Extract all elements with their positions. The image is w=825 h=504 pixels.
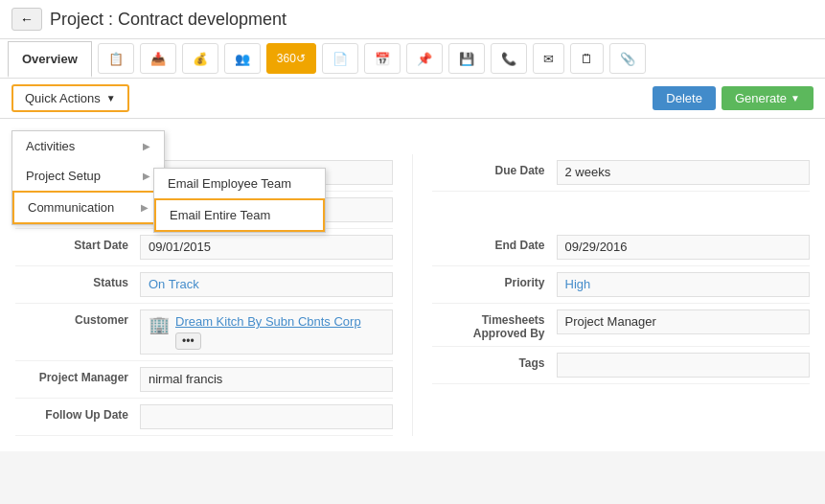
360-icon: 360↺ xyxy=(277,52,306,65)
sub-menu-email-employee[interactable]: Email Employee Team xyxy=(154,169,325,198)
arrow-right-icon-3: ▶ xyxy=(141,202,149,213)
end-date-label: End Date xyxy=(432,235,557,252)
follow-up-row: Follow Up Date xyxy=(15,399,393,436)
dropdown-item-communication[interactable]: Communication ▶ xyxy=(12,191,164,224)
customer-row: Customer 🏢 Dream Kitch By Subn Cbnts Cor… xyxy=(15,304,393,361)
back-icon: ← xyxy=(20,11,34,27)
email-entire-label: Email Entire Team xyxy=(170,208,270,222)
project-manager-label: Project Manager xyxy=(15,367,140,384)
follow-up-label: Follow Up Date xyxy=(15,404,140,422)
project-manager-row: Project Manager nirmal francis xyxy=(15,361,393,399)
tab-icons-group: 📋 📥 💰 👥 360↺ 📄 📅 📌 💾 📞 ✉ 🗒 📎 xyxy=(92,39,817,78)
start-date-label: Start Date xyxy=(15,235,140,252)
email-employee-label: Email Employee Team xyxy=(168,176,291,191)
page-title: Project : Contract development xyxy=(50,10,286,30)
phone-icon: 📞 xyxy=(501,52,516,66)
tab-icon-note[interactable]: 🗒 xyxy=(570,43,604,74)
caret-down-icon: ▼ xyxy=(106,93,116,103)
doc-icon: 📄 xyxy=(332,52,348,66)
tab-icon-download[interactable]: 📥 xyxy=(140,43,176,74)
end-date-row: End Date 09/29/2016 xyxy=(432,229,811,266)
tab-icon-calendar[interactable]: 📅 xyxy=(364,43,401,74)
money-icon: 💰 xyxy=(193,52,208,66)
quick-actions-button[interactable]: Quick Actions ▼ xyxy=(11,84,129,112)
dropdown-item-project-setup[interactable]: Project Setup ▶ xyxy=(12,161,164,191)
attachment-icon: 📎 xyxy=(620,52,635,66)
start-date-value[interactable]: 09/01/2015 xyxy=(140,235,393,260)
generate-caret-icon: ▼ xyxy=(791,93,800,103)
end-date-value[interactable]: 09/29/2016 xyxy=(557,235,811,260)
tags-value[interactable] xyxy=(557,353,811,378)
dropdown-project-setup-label: Project Setup xyxy=(26,169,101,183)
timesheets-value[interactable]: Project Manager xyxy=(557,309,811,334)
back-button[interactable]: ← xyxy=(11,8,42,31)
tab-icon-save[interactable]: 💾 xyxy=(448,43,485,74)
email-icon: ✉ xyxy=(543,52,554,66)
arrow-right-icon-2: ▶ xyxy=(143,171,150,181)
generate-label: Generate xyxy=(735,91,787,105)
save-icon: 💾 xyxy=(459,52,474,66)
start-date-row: Start Date 09/01/2015 xyxy=(15,229,393,266)
tab-icon-attachment[interactable]: 📎 xyxy=(609,43,646,74)
customer-block: 🏢 Dream Kitch By Subn Cbnts Corp ••• xyxy=(149,314,384,350)
project-manager-value[interactable]: nirmal francis xyxy=(140,367,393,392)
pin-icon: 📌 xyxy=(417,52,432,66)
tab-icon-pin[interactable]: 📌 xyxy=(406,43,443,74)
right-column: Due Date 2 weeks End Date 09/29/2016 Pri… xyxy=(413,154,811,436)
customer-link[interactable]: Dream Kitch By Subn Cbnts Corp xyxy=(175,314,361,329)
calendar-icon: 📅 xyxy=(375,52,390,66)
right-buttons: Delete Generate ▼ xyxy=(653,86,814,110)
tags-label: Tags xyxy=(432,353,557,370)
priority-value[interactable]: High xyxy=(557,272,811,297)
customer-label: Customer xyxy=(15,309,140,327)
quick-actions-label: Quick Actions xyxy=(25,91,101,105)
tab-overview[interactable]: Overview xyxy=(8,41,92,78)
list-icon: 📋 xyxy=(108,52,124,66)
dropdown-item-activities[interactable]: Activities ▶ xyxy=(12,131,164,161)
customer-icon: 🏢 xyxy=(149,314,170,335)
customer-info: Dream Kitch By Subn Cbnts Corp ••• xyxy=(175,314,361,350)
tab-icon-email[interactable]: ✉ xyxy=(533,43,564,74)
download-icon: 📥 xyxy=(150,52,166,66)
status-row: Status On Track xyxy=(15,266,393,304)
tab-icon-doc[interactable]: 📄 xyxy=(322,43,358,74)
tab-bar: Overview 📋 📥 💰 👥 360↺ 📄 📅 📌 💾 📞 ✉ 🗒 📎 xyxy=(0,39,825,79)
arrow-right-icon: ▶ xyxy=(143,141,150,151)
due-date-value[interactable]: 2 weeks xyxy=(557,160,811,185)
sub-menu: Email Employee Team Email Entire Team xyxy=(153,168,326,233)
tab-icon-360[interactable]: 360↺ xyxy=(266,43,316,74)
status-value[interactable]: On Track xyxy=(140,272,393,297)
timesheets-label: Timesheets Approved By xyxy=(432,309,557,340)
tab-icon-people[interactable]: 👥 xyxy=(224,43,261,74)
status-label: Status xyxy=(15,272,140,289)
action-bar: Quick Actions ▼ Delete Generate ▼ xyxy=(0,79,825,119)
tab-icon-list[interactable]: 📋 xyxy=(98,43,134,74)
customer-more-button[interactable]: ••• xyxy=(175,332,201,350)
tab-icon-money[interactable]: 💰 xyxy=(182,43,218,74)
people-icon: 👥 xyxy=(235,52,250,66)
due-date-row: Due Date 2 weeks xyxy=(432,154,811,192)
follow-up-value[interactable] xyxy=(140,404,393,429)
generate-button[interactable]: Generate ▼ xyxy=(722,86,814,110)
priority-label: Priority xyxy=(432,272,557,289)
note-icon: 🗒 xyxy=(581,52,593,66)
tab-icon-phone[interactable]: 📞 xyxy=(491,43,527,74)
timesheets-row: Timesheets Approved By Project Manager xyxy=(432,304,811,347)
tags-row: Tags xyxy=(432,347,811,384)
dropdown-communication-label: Communication xyxy=(28,200,114,215)
dropdown-menu: Activities ▶ Project Setup ▶ Communicati… xyxy=(11,130,165,225)
dropdown-activities-label: Activities xyxy=(26,139,75,153)
sub-menu-email-entire[interactable]: Email Entire Team xyxy=(154,198,325,232)
delete-button[interactable]: Delete xyxy=(653,86,716,110)
due-date-label: Due Date xyxy=(432,160,557,177)
customer-value: 🏢 Dream Kitch By Subn Cbnts Corp ••• xyxy=(140,309,393,355)
priority-row: Priority High xyxy=(432,266,811,304)
top-bar: ← Project : Contract development xyxy=(0,0,825,39)
